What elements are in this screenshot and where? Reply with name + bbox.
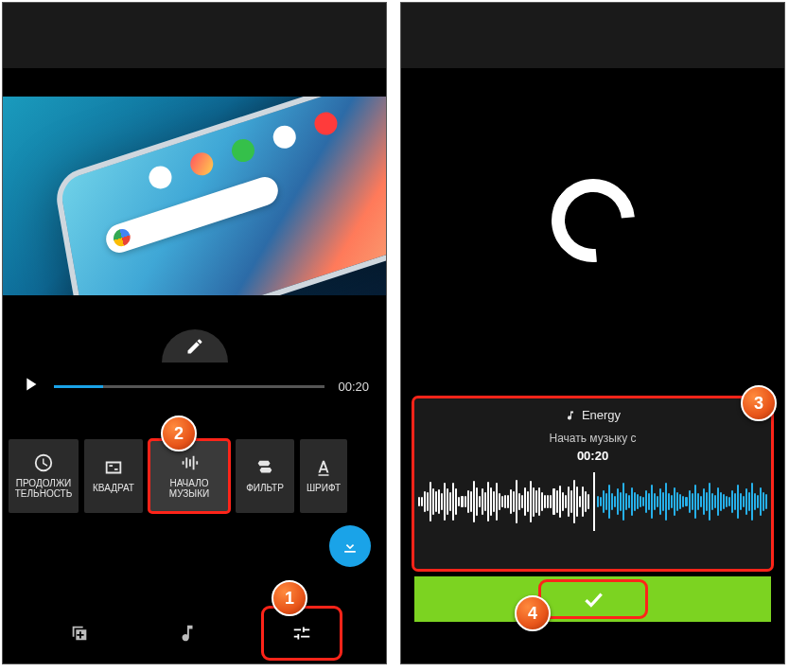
right-music-pane: Energy Начать музыку с 00:20 3 4 (400, 2, 785, 664)
progress-fill (54, 385, 103, 388)
status-bar (401, 3, 784, 26)
tool-label: НАЧАЛО МУЗЫКИ (169, 479, 209, 499)
font-icon (313, 457, 334, 478)
playhead[interactable] (593, 472, 595, 531)
add-media-icon (69, 623, 90, 644)
confirm-bar[interactable] (414, 576, 771, 622)
playback-row: 00:20 (3, 363, 386, 410)
app-header (401, 26, 784, 68)
track-title-row: Energy (565, 408, 621, 422)
tool-label: ШРИФТ (307, 484, 341, 494)
tool-music-start[interactable]: НАЧАЛО МУЗЫКИ (149, 439, 230, 513)
nav-music[interactable] (157, 610, 218, 656)
progress-track[interactable] (54, 385, 324, 388)
track-title: Energy (582, 408, 621, 422)
callout-badge-4: 4 (515, 595, 551, 631)
status-bar (3, 3, 386, 26)
tool-label: КВАДРАТ (93, 484, 134, 494)
download-fab[interactable] (329, 525, 371, 567)
callout-badge-1: 1 (272, 580, 307, 616)
tutorial-two-pane: 00:20 ПРОДОЛЖИ ТЕЛЬНОСТЬ КВАДРАТ НАЧАЛО … (0, 0, 789, 672)
clock-icon (33, 452, 54, 473)
tool-font[interactable]: ШРИФТ (300, 439, 347, 513)
play-icon (20, 374, 41, 395)
google-logo-icon (112, 227, 132, 249)
waveform-card[interactable]: Energy Начать музыку с 00:20 (414, 398, 771, 569)
audio-bars-icon (179, 452, 200, 473)
timecode-label: 00:20 (338, 380, 369, 394)
aspect-ratio-icon (103, 457, 124, 478)
filter-layers-icon (254, 457, 275, 478)
check-icon (581, 587, 605, 611)
waveform[interactable] (414, 472, 771, 531)
callout-badge-2: 2 (161, 416, 197, 451)
music-note-icon (177, 623, 198, 644)
spinner-icon (535, 162, 652, 279)
play-button[interactable] (20, 374, 41, 398)
tool-square[interactable]: КВАДРАТ (84, 439, 143, 513)
tool-label: ПРОДОЛЖИ ТЕЛЬНОСТЬ (15, 479, 72, 499)
sliders-icon (291, 623, 312, 644)
pencil-icon (185, 337, 204, 356)
tool-label: ФИЛЬТР (246, 484, 284, 494)
video-preview[interactable] (3, 97, 386, 295)
nav-adjust[interactable] (264, 609, 340, 658)
tool-filter[interactable]: ФИЛЬТР (236, 439, 294, 513)
start-music-caption: Начать музыку с (549, 432, 636, 445)
left-editor-pane: 00:20 ПРОДОЛЖИ ТЕЛЬНОСТЬ КВАДРАТ НАЧАЛО … (2, 2, 387, 664)
app-header (3, 26, 386, 68)
download-icon (341, 537, 359, 556)
callout-badge-3: 3 (741, 385, 777, 421)
confirm-button[interactable] (541, 582, 645, 616)
bottom-nav (3, 603, 386, 663)
loading-area (401, 107, 784, 334)
tool-strip: ПРОДОЛЖИ ТЕЛЬНОСТЬ КВАДРАТ НАЧАЛО МУЗЫКИ… (3, 431, 386, 521)
music-note-icon (565, 410, 576, 421)
nav-add-media[interactable] (49, 610, 110, 656)
pane-divider (389, 0, 398, 672)
tool-duration[interactable]: ПРОДОЛЖИ ТЕЛЬНОСТЬ (9, 439, 79, 513)
edit-button[interactable] (162, 329, 228, 363)
start-music-time: 00:20 (577, 449, 608, 463)
